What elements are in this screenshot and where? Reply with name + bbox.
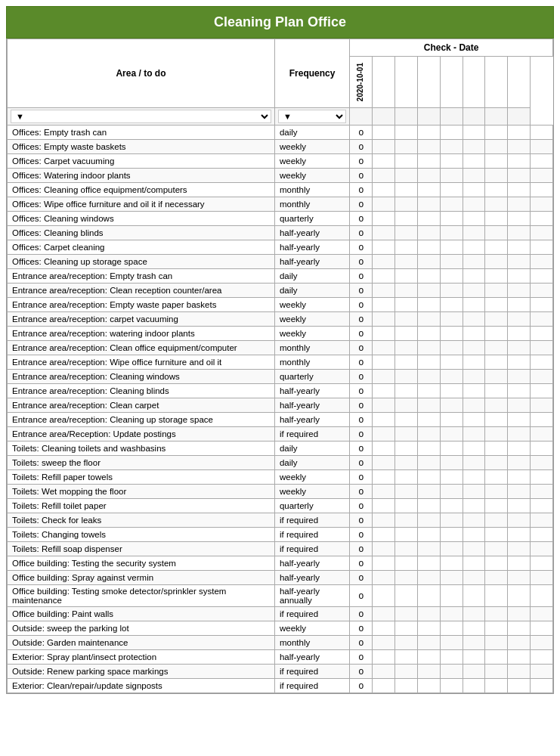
check-empty-cell: [485, 513, 508, 528]
table-row: Offices: Carpet vacuumingweeklyo: [8, 154, 553, 169]
table-row: Offices: Watering indoor plantsweeklyo: [8, 169, 553, 183]
check-empty-cell: [395, 212, 418, 226]
check-empty-cell: [508, 636, 531, 650]
check-empty-cell: [395, 665, 418, 679]
check-empty-cell: [395, 571, 418, 585]
check-empty-cell: [463, 650, 485, 665]
area-cell: Toilets: Refill paper towels: [8, 470, 275, 485]
filter-empty-1: [350, 108, 373, 125]
check-empty-cell: [373, 298, 395, 312]
check-empty-cell: [485, 485, 508, 499]
page: Cleaning Plan Office Area / to do Freque…: [0, 0, 560, 700]
date-col-5: [440, 57, 463, 108]
check-empty-cell: [463, 284, 485, 298]
check-empty-cell: [417, 269, 440, 284]
check-empty-cell: [508, 485, 531, 499]
filter-empty-6: [463, 108, 485, 125]
freq-filter-cell[interactable]: ▼: [274, 108, 349, 125]
area-filter-cell[interactable]: ▼: [8, 108, 275, 125]
filter-empty-7: [485, 108, 508, 125]
check-empty-cell: [417, 456, 440, 470]
check-symbol-cell: o: [350, 298, 373, 312]
check-empty-cell: [508, 499, 531, 513]
check-empty-cell: [463, 169, 485, 183]
check-empty-cell: [463, 485, 485, 499]
filter-empty-2: [373, 108, 395, 125]
table-row: Entrance area/reception: Empty waste pap…: [8, 298, 553, 312]
area-cell: Entrance area/reception: Empty waste pap…: [8, 298, 275, 312]
table-row: Exterior: Clean/repair/update signpostsi…: [8, 679, 553, 693]
check-empty-cell: [395, 585, 418, 607]
check-empty-cell: [463, 327, 485, 341]
frequency-cell: weekly: [274, 140, 349, 154]
table-row: Entrance area/reception: Empty trash can…: [8, 269, 553, 284]
check-symbol-cell: o: [350, 485, 373, 499]
table-row: Entrance area/reception: watering indoor…: [8, 327, 553, 341]
filter-empty-5: [440, 108, 463, 125]
header-row-top: Area / to do Frequency Check - Date: [8, 39, 553, 57]
frequency-cell: half-yearly: [274, 398, 349, 413]
check-empty-cell: [440, 456, 463, 470]
check-empty-cell: [508, 341, 531, 355]
check-empty-cell: [373, 499, 395, 513]
area-cell: Offices: Cleaning blinds: [8, 226, 275, 240]
check-empty-cell: [485, 355, 508, 370]
table-row: Offices: Cleaning office equipment/compu…: [8, 183, 553, 197]
check-empty-cell: [440, 621, 463, 636]
check-empty-cell: [395, 456, 418, 470]
table-row: Toilets: Check for leaksif requiredo: [8, 513, 553, 528]
frequency-cell: weekly: [274, 621, 349, 636]
frequency-cell: if required: [274, 542, 349, 556]
check-empty-cell: [485, 607, 508, 621]
freq-filter-select[interactable]: ▼: [278, 110, 346, 123]
table-row: Outside: sweep the parking lotweeklyo: [8, 621, 553, 636]
check-empty-cell: [485, 398, 508, 413]
area-filter-select[interactable]: ▼: [11, 110, 271, 123]
check-empty-cell: [373, 240, 395, 255]
check-empty-cell: [373, 427, 395, 442]
check-empty-cell: [485, 650, 508, 665]
check-empty-cell: [463, 636, 485, 650]
check-symbol-cell: o: [350, 499, 373, 513]
check-empty-cell: [508, 470, 531, 485]
check-empty-cell: [463, 384, 485, 398]
check-empty-cell: [440, 169, 463, 183]
check-empty-cell: [395, 542, 418, 556]
check-symbol-cell: o: [350, 197, 373, 212]
check-empty-cell: [463, 370, 485, 384]
check-empty-cell: [508, 312, 531, 327]
check-empty-cell: [440, 212, 463, 226]
frequency-cell: if required: [274, 528, 349, 542]
check-symbol-cell: o: [350, 370, 373, 384]
frequency-cell: weekly: [274, 169, 349, 183]
area-cell: Office building: Paint walls: [8, 607, 275, 621]
filter-empty-8: [508, 108, 531, 125]
check-empty-cell: [485, 427, 508, 442]
check-empty-cell: [373, 284, 395, 298]
check-empty-cell: [417, 370, 440, 384]
check-empty-cell: [373, 621, 395, 636]
table-row: Entrance area/reception: Wipe office fur…: [8, 355, 553, 370]
check-empty-cell: [508, 650, 531, 665]
frequency-header: Frequency: [274, 39, 349, 108]
check-empty-cell: [417, 298, 440, 312]
check-empty-cell: [440, 485, 463, 499]
check-empty-cell: [395, 140, 418, 154]
check-empty-cell: [417, 470, 440, 485]
check-empty-cell: [531, 585, 553, 607]
frequency-cell: half-yearly: [274, 226, 349, 240]
table-row: Office building: Spray against verminhal…: [8, 571, 553, 585]
check-empty-cell: [485, 542, 508, 556]
check-empty-cell: [485, 679, 508, 693]
check-empty-cell: [440, 470, 463, 485]
check-empty-cell: [485, 370, 508, 384]
area-cell: Offices: Cleaning up storage space: [8, 255, 275, 269]
check-empty-cell: [508, 140, 531, 154]
check-empty-cell: [417, 312, 440, 327]
check-empty-cell: [440, 298, 463, 312]
check-empty-cell: [440, 650, 463, 665]
table-row: Offices: Cleaning windowsquarterlyo: [8, 212, 553, 226]
table-row: Toilets: Changing towelsif requiredo: [8, 528, 553, 542]
check-empty-cell: [531, 413, 553, 427]
check-empty-cell: [440, 240, 463, 255]
